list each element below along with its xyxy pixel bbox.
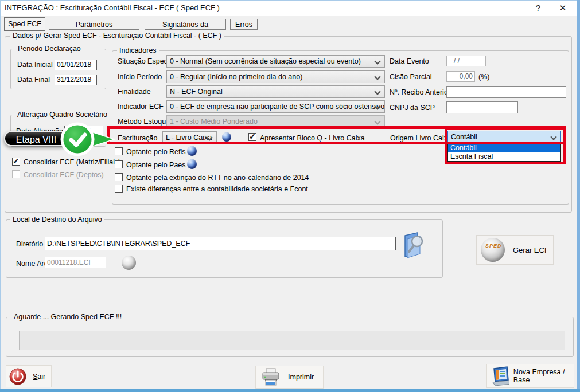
existe-diferencas-checkbox[interactable]: [115, 185, 123, 193]
laptop-icon: [490, 365, 509, 387]
annotation-red-box-dropdown: [445, 127, 566, 164]
cisao-parcial-field: 0,00: [446, 71, 475, 82]
browse-folder-icon[interactable]: [400, 230, 427, 258]
nova-empresa-label: Nova Empresa / Base: [513, 368, 574, 384]
optante-paes-checkbox[interactable]: [115, 160, 123, 168]
consolidar-deptos-label: Consolidar ECF (Deptos): [24, 171, 104, 179]
sair-button[interactable]: Sair: [6, 365, 52, 387]
data-final-field[interactable]: 31/12/2018: [55, 75, 97, 85]
printer-icon: [260, 367, 281, 387]
etapa-badge: Etapa VIII: [4, 131, 68, 146]
tab-signatarios-declaracao[interactable]: Signatários da Declaração: [145, 19, 226, 30]
data-inicial-label: Data Inicial: [17, 61, 53, 69]
cnpj-scp-label: CNPJ da SCP: [390, 104, 435, 112]
recibo-anterior-field[interactable]: [446, 86, 566, 98]
cisao-parcial-label: Cisão Parcial: [390, 73, 432, 81]
gerar-ecf-button[interactable]: SPED Gerar ECF: [476, 235, 554, 265]
tab-erros[interactable]: Erros: [230, 19, 258, 30]
sped-sphere-small-icon: [122, 256, 136, 270]
sped-sphere-icon: SPED: [481, 238, 505, 262]
gerar-ecf-label: Gerar ECF: [513, 246, 549, 254]
progress-groupbox-label: Aguarde ... Gerando Sped ECF !!!: [11, 313, 124, 321]
data-evento-label: Data Evento: [390, 57, 429, 65]
data-evento-field: / /: [446, 56, 486, 66]
data-inicial-field[interactable]: 01/01/2018: [55, 60, 97, 70]
integration-ecf-dialog: INTEGRAÇÃO : Escrituração Contábil Fisca…: [0, 0, 580, 392]
imprimir-label: Imprimir: [288, 373, 314, 381]
refis-globe-icon[interactable]: [187, 146, 197, 156]
nome-arquivo-field: 00011218.ECF: [45, 257, 106, 268]
indicadores-groupbox-label: Indicadores: [117, 47, 159, 54]
inicio-periodo-label: Início Período: [118, 73, 162, 81]
optante-rtt-checkbox[interactable]: [115, 173, 123, 181]
window-border-left: [0, 0, 1, 392]
optante-refis-label: Optante pelo Refis: [126, 148, 186, 156]
destino-groupbox-label: Local de Destino do Arquivo: [10, 216, 104, 224]
optante-refis-checkbox[interactable]: [115, 147, 123, 155]
imprimir-button[interactable]: Imprimir: [255, 366, 324, 389]
nova-empresa-button[interactable]: Nova Empresa / Base: [486, 364, 574, 388]
consolidar-matriz-label: Consolidar ECF (Matriz/Filiais): [24, 158, 120, 166]
existe-diferencas-label: Existe diferenças entre a contabilidade …: [126, 185, 308, 193]
finalidade-label: Finalidade: [118, 88, 151, 96]
sped-sphere-text: SPED: [485, 243, 502, 249]
window-border-bottom: [0, 389, 580, 392]
green-check-icon: [60, 121, 95, 157]
sair-label: Sair: [33, 373, 45, 381]
metodo-estoque-label: Método Estoque: [118, 117, 170, 126]
tab-sped-ecf[interactable]: Sped ECF: [4, 17, 45, 31]
close-button[interactable]: ✕: [555, 0, 570, 15]
diretorio-pasta-field[interactable]: D:\NETSPEED\CTB\INTEGRAR\SPED_ECF: [45, 237, 396, 250]
indicador-ecf-combobox[interactable]: 0 - ECF de empresa não participante de S…: [166, 100, 385, 113]
inicio-periodo-combobox[interactable]: 0 - Regular (Início no primeiro dia do a…: [166, 70, 385, 83]
data-final-label: Data Final: [17, 76, 50, 84]
tab-parametros-complementares[interactable]: Parâmetros Complementares: [49, 19, 139, 30]
window-border-right: [577, 0, 580, 392]
window-border-top: [0, 0, 580, 1]
alteracao-groupbox-label: Alteração Quadro Societário: [15, 111, 110, 119]
cisao-percent-suffix: (%): [478, 73, 489, 81]
help-button[interactable]: ?: [531, 0, 546, 15]
progress-bar: [19, 331, 565, 350]
consolidar-matriz-checkbox[interactable]: [12, 158, 20, 166]
main-groupbox-label: Dados p/ Gerar Sped ECF - Escrituração C…: [10, 32, 224, 40]
power-icon: [9, 367, 27, 386]
situacao-especial-combobox[interactable]: 0 - Normal (Sem ocorrência de situação e…: [166, 55, 385, 68]
consolidar-deptos-checkbox: [12, 170, 20, 178]
window-title: INTEGRAÇÃO : Escrituração Contábil Fisca…: [5, 0, 220, 15]
recibo-anterior-label: Nº. Recibo Anterior: [390, 88, 450, 96]
finalidade-combobox[interactable]: N - ECF Original: [166, 85, 385, 98]
paes-globe-icon[interactable]: [187, 159, 197, 169]
optante-paes-label: Optante pelo Paes: [126, 161, 186, 169]
indicador-ecf-label: Indicador ECF: [118, 103, 164, 111]
periodo-groupbox-label: Periodo Declaração: [15, 45, 83, 53]
cnpj-scp-field[interactable]: [446, 101, 518, 113]
optante-rtt-label: Optante pela extinção do RTT no ano-cale…: [126, 174, 309, 182]
